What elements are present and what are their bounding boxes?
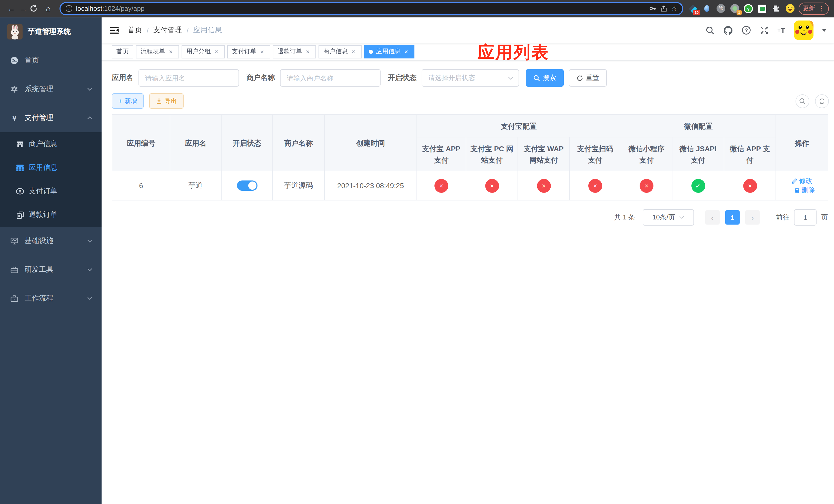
extension-balloon-icon[interactable] bbox=[702, 4, 711, 13]
breadcrumb: 首页 / 支付管理 / 应用信息 bbox=[128, 26, 222, 35]
current-page-button[interactable]: 1 bbox=[725, 210, 740, 225]
sidebar-item-label: 基础设施 bbox=[25, 236, 53, 246]
sidebar-item-merchant-info[interactable]: 商户信息 bbox=[0, 132, 102, 156]
address-bar[interactable]: i localhost:1024/pay/app ☆ bbox=[60, 2, 683, 15]
app-name-input[interactable] bbox=[138, 69, 239, 87]
cell-app-name: 芋道 bbox=[170, 171, 221, 200]
next-page-button[interactable]: › bbox=[745, 210, 760, 225]
col-alipay-wap: 支付宝 WAP 网站支付 bbox=[518, 137, 570, 171]
avatar-caret-icon[interactable] bbox=[822, 29, 826, 31]
breadcrumb-payment[interactable]: 支付管理 bbox=[153, 26, 182, 35]
help-icon[interactable]: ? bbox=[741, 26, 751, 35]
merchant-name-label: 商户名称 bbox=[246, 73, 275, 83]
close-icon[interactable]: × bbox=[304, 48, 311, 55]
sidebar-item-workflow[interactable]: 工作流程 bbox=[0, 284, 102, 313]
sidebar-item-pay-order[interactable]: ¥ 支付订单 bbox=[0, 180, 102, 203]
sidebar-item-label: 首页 bbox=[25, 56, 39, 65]
prev-page-button[interactable]: ‹ bbox=[705, 210, 720, 225]
browser-reload-icon[interactable] bbox=[30, 5, 42, 12]
extension-badge: 1 bbox=[737, 9, 742, 15]
trash-icon bbox=[794, 187, 800, 193]
delete-link[interactable]: 删除 bbox=[794, 186, 815, 195]
edit-link[interactable]: 修改 bbox=[791, 176, 812, 186]
extension-command-icon[interactable]: ⌘ bbox=[716, 4, 725, 13]
bookmark-star-icon[interactable]: ☆ bbox=[671, 5, 677, 12]
close-icon[interactable]: × bbox=[167, 48, 174, 55]
enabled-switch[interactable] bbox=[237, 181, 257, 191]
sidebar-item-dev-tools[interactable]: 研发工具 bbox=[0, 255, 102, 284]
close-icon[interactable]: × bbox=[259, 48, 266, 55]
extension-recorder-icon[interactable]: 1 bbox=[730, 4, 739, 13]
sidebar-item-app-info[interactable]: 应用信息 bbox=[0, 156, 102, 180]
close-icon[interactable]: × bbox=[213, 48, 220, 55]
document-copy-icon bbox=[16, 211, 24, 219]
github-icon[interactable] bbox=[723, 25, 733, 35]
extensions-puzzle-icon[interactable] bbox=[771, 4, 781, 13]
password-key-icon[interactable] bbox=[649, 5, 657, 12]
app-name-label: 应用名 bbox=[112, 73, 133, 83]
reset-button[interactable]: 重置 bbox=[569, 69, 607, 87]
alipay-app-status-icon: × bbox=[435, 179, 448, 192]
font-size-icon[interactable]: TT bbox=[777, 26, 785, 35]
app-logo[interactable]: 芋道管理系统 bbox=[0, 18, 102, 46]
share-icon[interactable] bbox=[660, 5, 667, 12]
search-icon[interactable] bbox=[705, 26, 714, 35]
col-app-name: 应用名 bbox=[170, 115, 221, 171]
sidebar-item-refund-order[interactable]: 退款订单 bbox=[0, 203, 102, 227]
screen: ← → ⌂ i localhost:1024/pay/app ☆ 10 ⌘ 1 … bbox=[0, 0, 834, 504]
tab-refund-order[interactable]: 退款订单× bbox=[273, 45, 316, 58]
status-select[interactable]: 请选择开启状态 bbox=[422, 69, 519, 87]
profile-avatar-icon[interactable] bbox=[785, 4, 794, 13]
browser-update-button[interactable]: 更新 ⋮ bbox=[798, 2, 829, 15]
col-wechat-mini: 微信小程序支付 bbox=[621, 137, 672, 171]
close-icon[interactable]: × bbox=[350, 48, 357, 55]
url-text[interactable]: localhost:1024/pay/app bbox=[76, 5, 145, 12]
sidebar-item-infrastructure[interactable]: 基础设施 bbox=[0, 227, 102, 255]
sidebar-item-payment[interactable]: ¥ 支付管理 bbox=[0, 104, 102, 132]
sidebar-item-system[interactable]: 系统管理 bbox=[0, 75, 102, 104]
chevron-down-icon bbox=[508, 76, 513, 80]
tab-app-info[interactable]: 应用信息× bbox=[364, 45, 414, 58]
browser-menu-icon[interactable]: ⋮ bbox=[818, 5, 825, 12]
browser-back-icon[interactable]: ← bbox=[5, 4, 18, 13]
sidebar-item-label: 系统管理 bbox=[25, 85, 53, 94]
sidebar: 芋道管理系统 首页 系统管理 ¥ 支付管理 bbox=[0, 18, 102, 504]
yen-icon: ¥ bbox=[10, 114, 19, 122]
page-size-select[interactable]: 10条/页 bbox=[643, 209, 694, 226]
gear-icon bbox=[10, 85, 19, 93]
chevron-down-icon bbox=[87, 268, 92, 271]
merchant-name-input[interactable] bbox=[280, 69, 380, 87]
tab-process-form[interactable]: 流程表单× bbox=[136, 45, 179, 58]
browser-toolbar: ← → ⌂ i localhost:1024/pay/app ☆ 10 ⌘ 1 … bbox=[0, 0, 834, 18]
tab-home[interactable]: 首页 bbox=[112, 45, 133, 58]
search-button[interactable]: 搜索 bbox=[526, 69, 564, 87]
extension-y-icon[interactable]: y bbox=[744, 4, 753, 13]
extension-chart-icon[interactable] bbox=[758, 4, 767, 13]
status-label: 开启状态 bbox=[388, 73, 416, 83]
tags-view-bar: 首页 流程表单× 用户分组× 支付订单× 退款订单× 商户信息× 应用信息× bbox=[102, 43, 834, 61]
browser-home-icon[interactable]: ⌂ bbox=[42, 4, 54, 13]
col-alipay-qr: 支付宝扫码支付 bbox=[570, 137, 621, 171]
refresh-table-button[interactable] bbox=[815, 94, 829, 108]
tab-pay-order[interactable]: 支付订单× bbox=[227, 45, 270, 58]
user-avatar[interactable] bbox=[794, 21, 813, 40]
tab-user-group[interactable]: 用户分组× bbox=[181, 45, 225, 58]
page-content: 应用名 商户名称 开启状态 请选择开启状态 搜索 重置 bbox=[102, 61, 834, 504]
fullscreen-icon[interactable] bbox=[760, 26, 769, 35]
browser-forward-icon[interactable]: → bbox=[18, 4, 30, 13]
toolbox-icon bbox=[10, 266, 19, 274]
sidebar-collapse-icon[interactable] bbox=[109, 25, 119, 36]
extension-diamond-icon[interactable]: 10 bbox=[688, 4, 698, 13]
sidebar-item-home[interactable]: 首页 bbox=[0, 46, 102, 75]
export-button[interactable]: 导出 bbox=[149, 93, 184, 109]
goto-page-input[interactable] bbox=[794, 209, 816, 226]
breadcrumb-home[interactable]: 首页 bbox=[128, 26, 142, 35]
close-icon[interactable]: × bbox=[403, 48, 410, 55]
tab-merchant-info[interactable]: 商户信息× bbox=[319, 45, 361, 58]
toggle-search-button[interactable] bbox=[795, 94, 809, 108]
coin-yen-icon: ¥ bbox=[16, 187, 24, 196]
add-button[interactable]: + 新增 bbox=[112, 93, 144, 109]
cell-actions: 修改 删除 bbox=[776, 171, 828, 200]
extension-icons: 10 ⌘ 1 y bbox=[688, 4, 794, 13]
site-info-icon[interactable]: i bbox=[66, 5, 72, 12]
